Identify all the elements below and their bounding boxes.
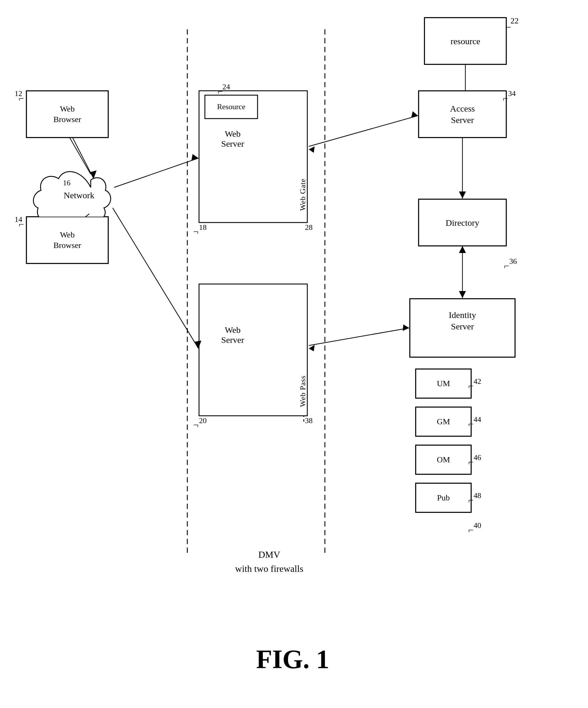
- access-server-box: Access Server: [419, 91, 506, 138]
- web-pass-ref: 38: [305, 416, 313, 425]
- ref-20-bracket: ⌐: [193, 420, 198, 431]
- gm-ref: 44: [473, 415, 481, 424]
- resource-inner-label: Resource: [205, 95, 257, 119]
- ref-34-bracket: ⌐: [503, 93, 508, 104]
- svg-marker-38: [459, 246, 466, 253]
- ref-40-bracket: ⌐: [468, 525, 473, 535]
- ref-36-bracket: ⌐: [504, 261, 509, 271]
- om-box: OM: [415, 445, 471, 474]
- gm-box: GM: [415, 407, 471, 436]
- resource-top-ref: 22: [510, 16, 519, 26]
- svg-line-31: [309, 116, 418, 146]
- svg-marker-32: [411, 111, 418, 118]
- web-pass-label: Web Pass: [299, 296, 307, 407]
- svg-line-39: [309, 328, 409, 346]
- om-ref: 46: [473, 453, 481, 462]
- diagram: resource 22 ⌐ Web Browser 12 ⌐ Web Brows…: [0, 0, 588, 708]
- ref-46-bracket: ⌐: [468, 457, 473, 468]
- svg-line-27: [114, 158, 198, 187]
- um-box: UM: [415, 369, 471, 398]
- web-server-bottom-ref: 20: [199, 416, 207, 425]
- network-ref: 16: [63, 179, 70, 187]
- ref-18-bracket: ⌐: [193, 226, 198, 237]
- directory-box: Directory: [419, 199, 506, 246]
- ref-36: 36: [509, 257, 517, 266]
- svg-marker-22: [90, 170, 97, 179]
- ref-12-bracket: ⌐: [19, 93, 24, 104]
- um-label: UM: [437, 378, 450, 389]
- svg-marker-37: [459, 291, 466, 298]
- ref-48-bracket: ⌐: [468, 495, 473, 506]
- um-ref: 42: [473, 377, 481, 386]
- access-server-ref: 34: [508, 89, 516, 98]
- web-gate-ref: 28: [305, 223, 313, 232]
- gm-label: GM: [437, 416, 450, 427]
- ref-22-bracket: ⌐: [505, 21, 511, 33]
- web-gate-label: Web Gate: [299, 99, 307, 211]
- om-label: OM: [437, 454, 450, 465]
- svg-marker-28: [191, 154, 198, 160]
- network-label: Network: [50, 190, 108, 200]
- pub-ref: 48: [473, 491, 481, 500]
- identity-server-label: Identity Server: [449, 309, 476, 347]
- ref-14-bracket: ⌐: [19, 219, 24, 230]
- resource-top-label: resource: [451, 35, 480, 47]
- svg-rect-9: [199, 284, 307, 416]
- svg-marker-33: [309, 146, 315, 153]
- ref-40: 40: [473, 521, 481, 530]
- ref-24-bracket: ⌐: [218, 86, 223, 97]
- access-server-label: Access Server: [450, 103, 475, 126]
- ref-42-bracket: ⌐: [468, 381, 473, 391]
- web-browser-top-box: Web Browser: [26, 91, 108, 138]
- svg-marker-40: [403, 324, 409, 331]
- resource-top-box: resource: [424, 18, 506, 64]
- web-browser-bottom-label: Web Browser: [54, 230, 81, 251]
- pub-label: Pub: [437, 493, 450, 503]
- svg-marker-41: [309, 345, 315, 351]
- web-browser-bottom-box: Web Browser: [26, 217, 108, 264]
- web-server-top-ref: 18: [199, 223, 207, 232]
- fig-label: FIG. 1: [190, 644, 395, 674]
- web-server-bottom-label: Web Server: [205, 325, 260, 345]
- web-server-top-label: Web Server: [205, 129, 260, 149]
- ref-24: 24: [222, 83, 230, 91]
- svg-marker-30: [195, 341, 202, 348]
- directory-label: Directory: [446, 217, 479, 228]
- svg-marker-35: [459, 191, 466, 199]
- ref-44-bracket: ⌐: [468, 419, 473, 430]
- svg-line-29: [113, 208, 198, 348]
- pub-box: Pub: [415, 483, 471, 512]
- svg-line-21: [72, 138, 94, 179]
- identity-server-box: Identity Server: [410, 299, 515, 357]
- dmv-label: DMV with two firewalls: [211, 548, 328, 576]
- web-browser-top-label: Web Browser: [54, 104, 81, 125]
